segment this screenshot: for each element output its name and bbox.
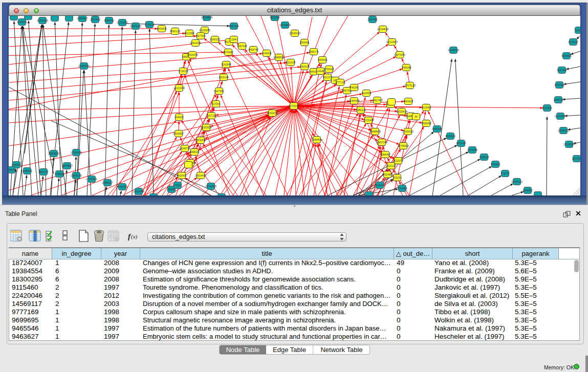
svg-text:2087682: 2087682 xyxy=(367,18,378,21)
svg-text:8660123: 8660123 xyxy=(170,30,180,33)
svg-text:77910: 77910 xyxy=(174,184,181,187)
svg-text:7625402: 7625402 xyxy=(177,174,187,177)
svg-text:16782759: 16782759 xyxy=(117,185,128,188)
svg-text:1575107: 1575107 xyxy=(568,40,578,43)
svg-text:11124: 11124 xyxy=(575,29,580,32)
svg-text:8938923: 8938923 xyxy=(445,135,455,138)
svg-text:10973493: 10973493 xyxy=(394,53,405,56)
svg-text:17359938: 17359938 xyxy=(71,151,82,154)
svg-text:417004: 417004 xyxy=(212,102,221,105)
svg-text:6479197: 6479197 xyxy=(456,142,466,145)
svg-text:9084067: 9084067 xyxy=(380,153,390,156)
svg-text:6794028: 6794028 xyxy=(324,68,334,71)
svg-text:2935114: 2935114 xyxy=(479,156,489,159)
svg-text:13525419: 13525419 xyxy=(289,32,300,35)
svg-text:3675685: 3675685 xyxy=(223,51,233,54)
svg-text:1527602: 1527602 xyxy=(90,18,100,21)
svg-text:7485063: 7485063 xyxy=(401,66,411,69)
svg-text:9115460: 9115460 xyxy=(421,106,431,109)
svg-text:3498222: 3498222 xyxy=(189,150,200,154)
svg-text:8186325: 8186325 xyxy=(210,38,220,41)
svg-text:25300273: 25300273 xyxy=(267,112,278,115)
svg-text:21364456: 21364456 xyxy=(349,99,360,102)
svg-text:12213389: 12213389 xyxy=(173,86,185,90)
svg-text:19218506: 19218506 xyxy=(279,24,291,27)
svg-text:7515526: 7515526 xyxy=(144,23,155,26)
svg-text:12923468: 12923468 xyxy=(133,190,144,193)
svg-text:94: 94 xyxy=(415,115,418,118)
svg-text:8215955: 8215955 xyxy=(542,106,552,110)
svg-text:1156829: 1156829 xyxy=(22,169,32,172)
svg-text:17016504: 17016504 xyxy=(563,143,575,146)
svg-text:15886520: 15886520 xyxy=(273,56,285,59)
svg-text:(x): (x) xyxy=(131,233,138,240)
svg-text:1640934: 1640934 xyxy=(432,127,442,130)
svg-text:20206578: 20206578 xyxy=(48,152,59,155)
svg-text:8322037: 8322037 xyxy=(286,61,296,64)
svg-text:9474444: 9474444 xyxy=(467,148,477,151)
svg-text:1167533: 1167533 xyxy=(572,157,580,160)
svg-text:7357224: 7357224 xyxy=(229,25,239,28)
svg-text:9777109: 9777109 xyxy=(335,81,345,84)
svg-text:11353594: 11353594 xyxy=(201,126,212,129)
svg-text:9146821: 9146821 xyxy=(262,52,272,55)
svg-text:1362615: 1362615 xyxy=(299,65,310,68)
svg-text:9245652: 9245652 xyxy=(522,189,533,192)
svg-text:17957255: 17957255 xyxy=(86,178,97,181)
svg-text:8427552: 8427552 xyxy=(214,90,224,93)
svg-text:5878352: 5878352 xyxy=(195,139,206,142)
svg-text:1405571: 1405571 xyxy=(17,20,27,24)
svg-text:435061: 435061 xyxy=(12,163,21,166)
svg-text:17654923: 17654923 xyxy=(402,130,413,133)
svg-text:18724007: 18724007 xyxy=(288,104,299,107)
svg-text:1733426: 1733426 xyxy=(397,187,407,190)
svg-text:10975867: 10975867 xyxy=(61,164,73,167)
svg-text:16046736: 16046736 xyxy=(179,147,190,150)
svg-text:18807249: 18807249 xyxy=(376,141,387,144)
svg-text:9227342: 9227342 xyxy=(557,69,567,72)
svg-text:471676: 471676 xyxy=(501,172,510,175)
svg-text:7832621: 7832621 xyxy=(490,163,500,166)
svg-text:10543382: 10543382 xyxy=(190,41,201,45)
svg-text:8912954: 8912954 xyxy=(184,32,194,35)
svg-text:1564091: 1564091 xyxy=(299,41,310,44)
svg-text:9699695: 9699695 xyxy=(421,122,431,125)
svg-text:9463627: 9463627 xyxy=(403,100,413,103)
svg-text:16210643: 16210643 xyxy=(555,115,566,118)
svg-text:16671355: 16671355 xyxy=(130,25,141,28)
svg-text:14136141: 14136141 xyxy=(374,184,385,187)
svg-text:1209382: 1209382 xyxy=(554,83,564,86)
svg-text:9242848: 9242848 xyxy=(221,63,231,66)
svg-text:8813054: 8813054 xyxy=(270,16,280,19)
svg-text:16033809: 16033809 xyxy=(201,16,212,19)
svg-text:10958107: 10958107 xyxy=(102,181,113,184)
svg-text:14448: 14448 xyxy=(317,70,324,73)
svg-text:2942737: 2942737 xyxy=(38,170,49,173)
svg-text:654935: 654935 xyxy=(175,116,184,119)
svg-text:2367608: 2367608 xyxy=(237,45,247,48)
svg-text:9329966: 9329966 xyxy=(561,54,572,57)
svg-text:10719155: 10719155 xyxy=(117,21,128,24)
svg-text:14524851: 14524851 xyxy=(382,173,393,176)
svg-text:7663822: 7663822 xyxy=(157,27,167,30)
svg-text:10807487: 10807487 xyxy=(372,99,383,102)
svg-text:1621072: 1621072 xyxy=(322,76,333,79)
svg-text:139159: 139159 xyxy=(9,168,16,171)
svg-text:19384554: 19384554 xyxy=(311,138,322,141)
svg-text:1615132: 1615132 xyxy=(386,164,396,167)
svg-text:16914479: 16914479 xyxy=(195,174,206,177)
svg-text:12213967: 12213967 xyxy=(386,40,398,43)
svg-text:10648784: 10648784 xyxy=(448,49,459,52)
svg-text:1546: 1546 xyxy=(231,38,236,41)
svg-text:15226055: 15226055 xyxy=(199,29,210,32)
svg-text:22420046: 22420046 xyxy=(187,53,198,56)
svg-text:3624554: 3624554 xyxy=(361,92,372,95)
svg-text:6466160: 6466160 xyxy=(104,19,114,22)
svg-text:15720407: 15720407 xyxy=(363,119,374,122)
svg-text:15716485: 15716485 xyxy=(205,185,216,188)
svg-text:12505135: 12505135 xyxy=(71,174,82,177)
svg-text:16154838: 16154838 xyxy=(377,28,388,31)
svg-text:20691406: 20691406 xyxy=(37,19,48,22)
svg-text:1244415: 1244415 xyxy=(553,98,563,101)
svg-text:7955812: 7955812 xyxy=(317,58,328,61)
